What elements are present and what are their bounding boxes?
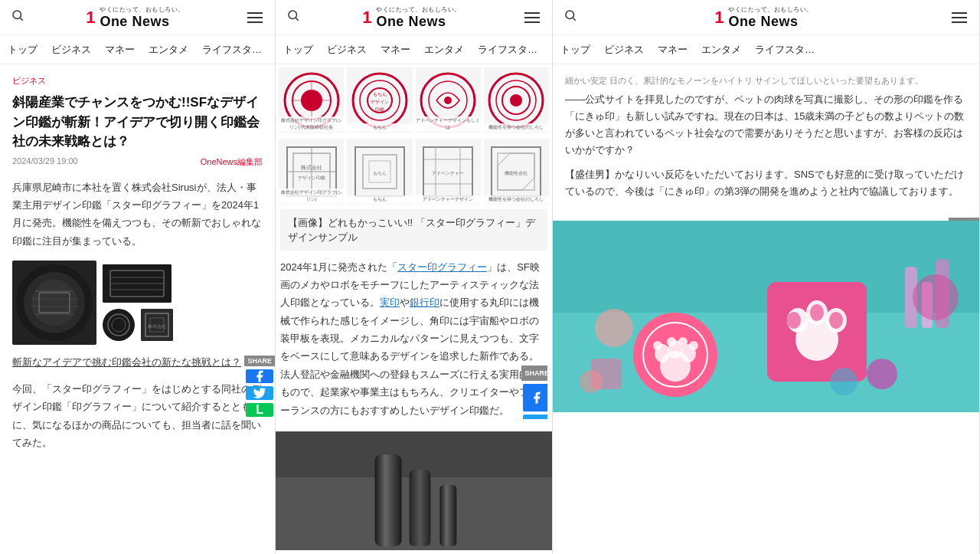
svg-rect-71 — [375, 454, 402, 546]
logo-tagline-2: やくにたって、おもしろい。 — [376, 5, 461, 14]
stamp-sq-cell-4: 機能性会社 機能性を持つ会社のしろし — [484, 139, 549, 204]
search-icon-2[interactable] — [286, 8, 300, 26]
svg-text:株式会社: 株式会社 — [147, 324, 166, 329]
svg-point-40 — [444, 97, 452, 104]
svg-point-89 — [810, 304, 824, 321]
stamp-cylinder-image — [12, 261, 96, 345]
menu-icon-3[interactable] — [950, 11, 969, 25]
stamp-cell-4: 機能性を持つ会社のしろし — [484, 67, 549, 133]
nav-lifestyle-2[interactable]: ライフスタ… — [478, 40, 537, 60]
nav-lifestyle-3[interactable]: ライフスタ… — [755, 40, 815, 60]
category-label: ビジネス — [12, 75, 263, 87]
logo-tagline-3: やくにたって、おもしろい。 — [728, 5, 813, 14]
svg-point-88 — [787, 312, 801, 329]
square-stamps-grid: 株式会社 デザイン印鑑 株式会社デザイン印グラフ(シリン) もちん もちん — [276, 136, 552, 204]
qa-answer: 【盛佳男】かなりいい反応をいただいております。SNSでも好意的に受け取っていただ… — [565, 166, 967, 200]
svg-point-107 — [913, 274, 959, 320]
svg-point-99 — [678, 337, 688, 346]
article-meta: 2024/03/29 19:00 OneNews編集部 — [12, 156, 263, 168]
svg-point-22 — [289, 11, 297, 19]
nav-business-2[interactable]: ビジネス — [327, 40, 367, 60]
nav-money-2[interactable]: マネー — [381, 40, 410, 60]
nav-money-3[interactable]: マネー — [658, 40, 688, 60]
caption-box: 【画像】どれもかっこいい!! 「スター印グラフィー」デザインサンプル — [280, 209, 547, 251]
article-body-1: 兵庫県尼崎市に本社を置く株式会社Sirusiが、法人・事業主用デザイン印鑑「スタ… — [12, 179, 263, 251]
share-label-2: SHARE — [521, 366, 547, 381]
stamp-round-1 — [103, 309, 135, 341]
stamp-label-4: 機能性を持つ会社のしろし — [484, 123, 549, 132]
nav-entertainment-3[interactable]: エンタメ — [701, 40, 741, 60]
qa-block-1: ——公式サイトを拝見したのですが、ペットの肉球を写真に撮影し、その形の印鑑を作る… — [565, 91, 967, 201]
svg-point-4 — [31, 280, 77, 326]
svg-point-105 — [867, 359, 897, 389]
svg-text:アドベンチャー: アドベンチャー — [432, 171, 464, 175]
search-icon[interactable] — [11, 8, 24, 26]
svg-line-1 — [20, 18, 22, 20]
stamp-sq-cell-1: 株式会社 デザイン印鑑 株式会社デザイン印グラフ(シリン) — [279, 139, 344, 204]
nav-entertainment-2[interactable]: エンタメ — [424, 40, 464, 60]
menu-icon[interactable] — [246, 11, 264, 25]
article-date: 2024/03/29 19:00 — [12, 156, 78, 168]
partial-top-text: 細かい安定 日のく、累計的なモノーンをハイトリ サインしてほしいといった要望もあ… — [565, 75, 967, 87]
logo-mark: 1 — [86, 9, 95, 26]
qa-question: ——公式サイトを拝見したのですが、ペットの肉球を写真に撮影し、その形の印鑑を作る… — [565, 91, 967, 159]
svg-text:もちん: もちん — [373, 92, 387, 97]
svg-line-75 — [573, 18, 575, 20]
logo-text-group: やくにたって、おもしろい。 One News — [100, 5, 185, 30]
search-icon-3[interactable] — [564, 8, 577, 26]
share-block-2: SHARE L — [521, 366, 547, 420]
logo-2[interactable]: 1 やくにたって、おもしろい。 One News — [362, 5, 461, 30]
logo-text-group-3: やくにたって、おもしろい。 One News — [728, 5, 813, 30]
svg-point-45 — [510, 94, 522, 107]
svg-point-100 — [689, 341, 698, 350]
caption-wrapper: 【画像】どれもかっこいい!! 「スター印グラフィー」デザインサンプル 2024年… — [276, 209, 552, 432]
star-stamp-link[interactable]: スター印グラフィー — [397, 261, 487, 273]
menu-icon-2[interactable] — [523, 11, 541, 25]
content-3: 細かい安定 日のく、累計的なモノーンをハイトリ サインしてほしいといった要望もあ… — [553, 64, 979, 221]
article-body-p2: 2024年1月に発売された「スター印グラフィー」は、SF映画のメカやロボをモチー… — [280, 258, 547, 420]
facebook-share-button-2[interactable] — [523, 384, 547, 411]
nav-entertainment[interactable]: エンタメ — [149, 40, 188, 60]
panel-3-overlay: 1 やくにたって、おもしろい。 One News トップ ビジネス マネー エン… — [553, 0, 979, 554]
nav-bar-3: トップ ビジネス マネー エンタメ ライフスタ… — [553, 35, 979, 64]
share-label: SHARE — [244, 356, 275, 366]
stamp-images: 株式会社 — [12, 261, 263, 345]
logo-3[interactable]: 1 やくにたって、おもしろい。 One News — [714, 5, 813, 30]
article-link[interactable]: 斬新なアイデアで挑む印鑑会社の新たな挑戦とは？ — [12, 356, 263, 369]
svg-point-97 — [653, 341, 662, 350]
svg-point-108 — [830, 368, 858, 395]
svg-text:デザイン印鑑: デザイン印鑑 — [298, 175, 325, 180]
article-author[interactable]: OneNews編集部 — [201, 156, 263, 168]
nav-business-3[interactable]: ビジネス — [604, 40, 644, 60]
svg-point-98 — [667, 337, 676, 346]
header-3: 1 やくにたって、おもしろい。 One News — [553, 0, 979, 35]
facebook-share-button[interactable] — [246, 369, 273, 383]
panel-3: 1 やくにたって、おもしろい。 One News トップ ビジネス マネー エン… — [553, 0, 980, 554]
stamp-cell-3: アドベンチャーデザインもしくは — [416, 67, 481, 133]
real-stamp-link[interactable]: 実印 — [380, 297, 400, 308]
logo-name-2: One News — [376, 14, 461, 30]
nav-bar-1: トップ ビジネス マネー エンタメ ライフスタ… — [0, 35, 275, 64]
stamp-sq-label-4: 機能性を持つ会社のしろし — [484, 195, 549, 204]
line-share-button[interactable]: L — [246, 403, 273, 417]
bank-stamp-link[interactable]: 銀行印 — [410, 297, 439, 308]
logo[interactable]: 1 やくにたって、おもしろい。 One News — [86, 5, 185, 30]
nav-money[interactable]: マネー — [105, 40, 135, 60]
svg-text:機能性会社: 機能性会社 — [505, 171, 528, 175]
stamp-sq-label-2: もちん — [347, 195, 412, 204]
nav-business[interactable]: ビジネス — [51, 40, 91, 60]
svg-point-104 — [595, 309, 633, 347]
svg-text:もちん: もちん — [373, 171, 387, 175]
svg-point-74 — [566, 11, 574, 19]
twitter-share-button[interactable] — [246, 386, 273, 400]
twitter-share-button-2[interactable] — [523, 415, 547, 419]
nav-top-2[interactable]: トップ — [283, 40, 313, 60]
nav-top[interactable]: トップ — [8, 40, 38, 60]
stamp-label-2: もちん — [347, 123, 412, 132]
content-1: ビジネス 斜陽産業でチャンスをつかむ!!SFなデザイン印鑑が斬新！アイデアで切り… — [0, 64, 275, 474]
caption-text: 【画像】どれもかっこいい!! 「スター印グラフィー」デザインサンプル — [288, 217, 535, 243]
article-text-p2: 2024年1月に発売された「スター印グラフィー」は、SF映画のメカやロボをモチー… — [280, 258, 547, 420]
nav-top-3[interactable]: トップ — [560, 40, 590, 60]
nav-lifestyle[interactable]: ライフスタ… — [202, 40, 262, 60]
stamp-small-1 — [103, 264, 172, 303]
